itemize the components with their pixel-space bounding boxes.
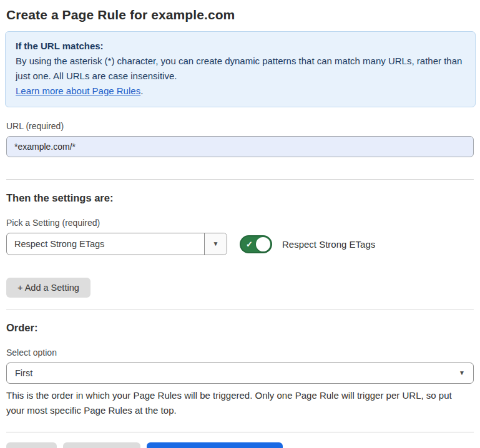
order-select-value: First bbox=[15, 368, 32, 378]
setting-select-arrow-segment[interactable]: ▼ bbox=[204, 233, 227, 255]
pick-setting-label: Pick a Setting (required) bbox=[6, 218, 474, 228]
add-setting-button[interactable]: + Add a Setting bbox=[6, 278, 91, 298]
toggle-knob bbox=[256, 237, 270, 251]
save-deploy-button[interactable]: Save and Deploy Page Rule bbox=[147, 442, 283, 448]
setting-select-value: Respect Strong ETags bbox=[7, 233, 204, 255]
etags-toggle-switch[interactable]: ✓ bbox=[240, 235, 272, 253]
footer-divider bbox=[6, 432, 474, 432]
chevron-down-icon: ▼ bbox=[213, 241, 219, 247]
etags-toggle-group: ✓ Respect Strong ETags bbox=[240, 235, 375, 253]
order-section-heading: Order: bbox=[6, 322, 474, 334]
settings-section-heading: Then the settings are: bbox=[6, 192, 474, 204]
info-box-body: By using the asterisk (*) character, you… bbox=[16, 54, 465, 84]
section-divider-1 bbox=[6, 179, 474, 180]
setting-row: Respect Strong ETags ▼ ✓ Respect Strong … bbox=[6, 233, 474, 255]
cancel-button[interactable]: Cancel bbox=[6, 442, 57, 448]
page-title: Create a Page Rule for example.com bbox=[6, 7, 474, 22]
url-field-label: URL (required) bbox=[6, 121, 474, 131]
page-rule-form: Create a Page Rule for example.com If th… bbox=[0, 0, 480, 448]
footer-buttons: Cancel Save as Draft Save and Deploy Pag… bbox=[6, 442, 474, 448]
check-icon: ✓ bbox=[246, 240, 253, 249]
order-select[interactable]: First ▼ bbox=[6, 363, 474, 384]
info-box-heading: If the URL matches: bbox=[16, 39, 465, 54]
url-match-info-box: If the URL matches: By using the asteris… bbox=[5, 31, 476, 107]
order-help-text: This is the order in which your Page Rul… bbox=[6, 388, 471, 418]
setting-select[interactable]: Respect Strong ETags ▼ bbox=[6, 233, 227, 255]
save-draft-button[interactable]: Save as Draft bbox=[63, 442, 140, 448]
section-divider-2 bbox=[6, 309, 474, 309]
chevron-down-icon: ▼ bbox=[459, 370, 465, 376]
link-suffix: . bbox=[140, 85, 143, 96]
url-input[interactable] bbox=[6, 136, 474, 157]
order-select-label: Select option bbox=[6, 348, 474, 358]
etags-toggle-label: Respect Strong ETags bbox=[282, 239, 375, 250]
learn-more-link[interactable]: Learn more about Page Rules bbox=[16, 85, 140, 96]
info-box-link-line: Learn more about Page Rules. bbox=[16, 84, 465, 99]
